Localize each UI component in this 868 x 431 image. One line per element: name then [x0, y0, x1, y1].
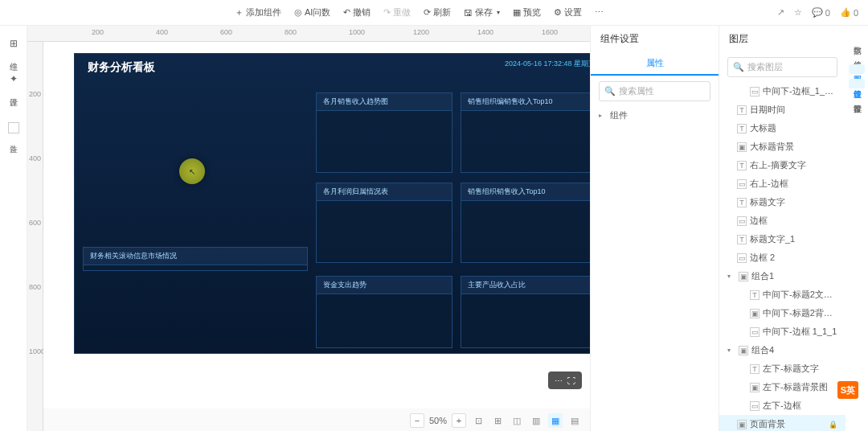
layer-item[interactable]: ▾▣组合4	[719, 341, 845, 359]
layer-type-icon: T	[750, 364, 760, 374]
layer-search-input[interactable]: 🔍搜索图层	[727, 57, 837, 77]
layout-button-4[interactable]: ▤	[567, 413, 582, 428]
panel-title: 各月销售收入趋势图	[317, 93, 452, 111]
layer-type-icon: ▣	[750, 309, 760, 318]
fit-button[interactable]: ⊡	[471, 413, 485, 428]
search-icon: 🔍	[733, 62, 744, 72]
layer-type-icon: T	[737, 198, 747, 207]
layer-item[interactable]: ▭左下-边框	[719, 396, 845, 415]
vtab-recommend[interactable]: 推荐设置	[849, 93, 865, 103]
comment-count[interactable]: 💬0	[812, 7, 830, 18]
comment-icon: 💬	[812, 7, 823, 18]
refresh-button[interactable]: ⟳刷新	[424, 6, 451, 18]
dashboard-page[interactable]: 财务分析看板 2024-05-16 17:32:48 星期五 ↖ 各月销售收入趋…	[74, 53, 590, 354]
layer-item[interactable]: T左下-标题文字	[719, 359, 845, 378]
layer-type-icon: T	[737, 235, 747, 244]
chevron-right-icon: ▸	[599, 112, 607, 119]
layer-type-icon: ▣	[739, 346, 748, 355]
zoom-out-button[interactable]: −	[410, 413, 424, 428]
layer-type-icon: ▭	[750, 87, 760, 96]
property-search-input[interactable]: 🔍搜索属性	[599, 81, 710, 101]
layer-item[interactable]: ▣页面背景🔒	[719, 415, 845, 431]
layout-button-2[interactable]: ▥	[529, 413, 543, 428]
sidebar-remark[interactable]	[8, 122, 19, 133]
sidebar-components[interactable]: ⊞	[6, 35, 22, 51]
layer-type-icon: ▭	[737, 216, 747, 226]
layer-item[interactable]: ▭边框 2	[719, 248, 845, 267]
component-tree-root[interactable]: ▸组件	[591, 106, 719, 125]
canvas-fullscreen-button[interactable]: ⛶	[566, 375, 577, 386]
preview-button[interactable]: ▦预览	[513, 6, 541, 18]
layer-item[interactable]: T中间下-标题2文字_1_	[719, 285, 845, 304]
star-button[interactable]: ☆	[794, 7, 802, 18]
settings-button[interactable]: ⚙设置	[554, 6, 582, 18]
layer-item[interactable]: ▭边框	[719, 211, 845, 230]
layer-panel-header: 图层	[719, 26, 845, 52]
layer-label: 左下-边框	[763, 400, 837, 412]
right-tabstrip: 数据 组件 图层 组件设置 推荐设置	[845, 26, 868, 431]
layer-item[interactable]: T标题文字	[719, 193, 845, 211]
dash-panel-3[interactable]: 各月利润归属情况表	[316, 183, 452, 263]
undo-button[interactable]: ↶撤销	[343, 6, 371, 18]
vtab-layer[interactable]: 图层	[849, 64, 865, 74]
layer-label: 组合4	[751, 344, 837, 356]
layer-item[interactable]: ▾▣组合1	[719, 267, 845, 285]
layer-item[interactable]: T日期时间	[719, 101, 845, 119]
canvas-more-button[interactable]: ⋯	[553, 375, 564, 386]
vtab-component-settings[interactable]: 组件设置	[849, 79, 865, 88]
panel-title: 财务相关滚动信息市场情况	[84, 248, 307, 265]
layer-item[interactable]: T大标题	[719, 119, 845, 138]
layer-item[interactable]: ▣中间下-标题2背景图_	[719, 304, 845, 322]
like-count[interactable]: 👍0	[840, 7, 858, 18]
layer-label: 中间下-边框_1_1_1_	[763, 85, 837, 97]
layer-item[interactable]: ▣大标题背景	[719, 138, 845, 156]
layer-label: 左下-标题文字	[763, 363, 837, 375]
refresh-icon: ⟳	[424, 7, 431, 18]
grid-button[interactable]: ⊞	[490, 413, 505, 428]
zoom-bar: − 50% + ⊡ ⊞ ◫ ▥ ▦ ▤	[410, 413, 582, 428]
dash-panel-1[interactable]: 各月销售收入趋势图	[316, 92, 452, 173]
chevron-down-icon: ▾	[727, 347, 735, 354]
layout-button-1[interactable]: ◫	[510, 413, 524, 428]
layer-label: 左下-标题背景图	[763, 381, 837, 393]
layout-button-3[interactable]: ▦	[548, 413, 563, 428]
dash-panel-6[interactable]: 资金支出趋势	[316, 276, 452, 348]
layer-item[interactable]: ▭中间下-边框_1_1_1_	[719, 82, 845, 101]
canvas[interactable]: 财务分析看板 2024-05-16 17:32:48 星期五 ↖ 各月销售收入趋…	[43, 42, 590, 408]
add-component-button[interactable]: ＋添加组件	[235, 6, 281, 18]
panel-title: 主要产品收入占比	[461, 277, 590, 294]
layer-label: 中间下-边框 1_1_1	[763, 326, 837, 338]
layer-item[interactable]: ▣左下-标题背景图	[719, 378, 845, 396]
top-toolbar: ＋添加组件 ◎AI问数 ↶撤销 ↷重做 ⟳刷新 🖫保存▾ ▦预览 ⚙设置 ⋯ ↗…	[0, 0, 868, 26]
vtab-data[interactable]: 数据	[849, 35, 865, 45]
dash-panel-2[interactable]: 销售组织编销售收入Top10	[461, 92, 590, 173]
zoom-in-button[interactable]: +	[452, 413, 466, 428]
panel-title: 各月利润归属情况表	[317, 183, 452, 201]
layer-type-icon: ▭	[750, 401, 760, 411]
plus-icon: ＋	[235, 6, 244, 18]
undo-icon: ↶	[343, 7, 350, 18]
chevron-down-icon: ▾	[497, 9, 500, 16]
layer-type-icon: T	[737, 124, 747, 133]
panel-title: 销售组织销售收入Top10	[461, 183, 590, 201]
chevron-down-icon: ▾	[727, 273, 735, 280]
sidebar-library[interactable]: ✦	[6, 71, 22, 87]
save-button[interactable]: 🖫保存▾	[464, 6, 500, 18]
dash-panel-5[interactable]: 财务相关滚动信息市场情况	[83, 247, 308, 271]
ime-badge[interactable]: S英	[837, 381, 858, 399]
layer-type-icon: T	[737, 105, 747, 115]
toolbar-right: ↗ ☆ 💬0 👍0	[777, 7, 858, 18]
layer-tree: ▭中间下-边框_1_1_1_T日期时间T大标题▣大标题背景T右上-摘要文字▭右上…	[719, 82, 845, 431]
layer-item[interactable]: ▭中间下-边框 1_1_1	[719, 322, 845, 341]
dash-panel-7[interactable]: 主要产品收入占比	[461, 276, 590, 348]
layer-item[interactable]: ▭右上-边框	[719, 174, 845, 193]
ai-button[interactable]: ◎AI问数	[294, 6, 330, 18]
vtab-component[interactable]: 组件	[849, 50, 865, 60]
more-button[interactable]: ⋯	[595, 6, 604, 18]
tab-properties[interactable]: 属性	[591, 52, 719, 76]
layer-item[interactable]: T标题文字_1	[719, 230, 845, 248]
dash-panel-4[interactable]: 销售组织销售收入Top10	[461, 183, 590, 263]
layer-item[interactable]: T右上-摘要文字	[719, 156, 845, 174]
redo-button[interactable]: ↷重做	[383, 6, 411, 18]
share-button[interactable]: ↗	[777, 7, 784, 18]
